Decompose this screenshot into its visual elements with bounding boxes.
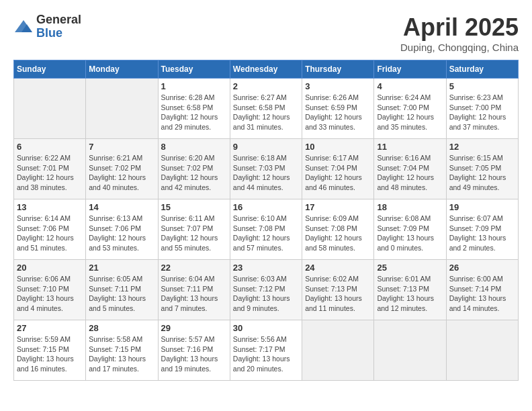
day-number: 26 — [449, 263, 515, 273]
day-number: 17 — [305, 202, 371, 212]
day-info: Sunrise: 6:04 AM Sunset: 7:11 PM Dayligh… — [161, 274, 227, 314]
table-row: 13Sunrise: 6:14 AM Sunset: 7:06 PM Dayli… — [14, 199, 86, 260]
day-number: 27 — [17, 323, 83, 333]
table-row: 1Sunrise: 6:28 AM Sunset: 6:58 PM Daylig… — [158, 79, 230, 139]
day-number: 24 — [305, 263, 371, 273]
day-info: Sunrise: 5:56 AM Sunset: 7:17 PM Dayligh… — [233, 334, 299, 374]
logo-general: General — [36, 13, 81, 27]
day-number: 11 — [377, 142, 443, 152]
day-number: 13 — [17, 202, 83, 212]
col-thursday: Thursday — [302, 60, 374, 79]
day-number: 16 — [233, 202, 299, 212]
day-number: 19 — [449, 202, 515, 212]
table-row: 21Sunrise: 6:05 AM Sunset: 7:11 PM Dayli… — [86, 260, 158, 320]
logo-text: General Blue — [36, 13, 81, 40]
table-row: 19Sunrise: 6:07 AM Sunset: 7:09 PM Dayli… — [446, 199, 518, 260]
table-row — [302, 320, 374, 381]
calendar-body: 1Sunrise: 6:28 AM Sunset: 6:58 PM Daylig… — [14, 79, 519, 381]
day-info: Sunrise: 6:09 AM Sunset: 7:08 PM Dayligh… — [305, 214, 371, 253]
day-number: 15 — [161, 202, 227, 212]
day-number: 29 — [161, 323, 227, 333]
day-info: Sunrise: 6:26 AM Sunset: 6:59 PM Dayligh… — [305, 93, 371, 132]
day-info: Sunrise: 6:05 AM Sunset: 7:11 PM Dayligh… — [89, 274, 154, 314]
col-wednesday: Wednesday — [230, 60, 302, 79]
table-row: 8Sunrise: 6:20 AM Sunset: 7:02 PM Daylig… — [158, 139, 230, 199]
table-row: 15Sunrise: 6:11 AM Sunset: 7:07 PM Dayli… — [158, 199, 230, 260]
day-info: Sunrise: 6:21 AM Sunset: 7:02 PM Dayligh… — [89, 153, 154, 193]
table-row: 18Sunrise: 6:08 AM Sunset: 7:09 PM Dayli… — [374, 199, 446, 260]
day-number: 21 — [89, 263, 154, 273]
day-info: Sunrise: 6:24 AM Sunset: 7:00 PM Dayligh… — [377, 93, 443, 132]
day-info: Sunrise: 6:23 AM Sunset: 7:00 PM Dayligh… — [449, 93, 515, 132]
day-number: 5 — [449, 81, 515, 91]
day-number: 18 — [377, 202, 443, 212]
calendar-table: Sunday Monday Tuesday Wednesday Thursday… — [13, 60, 519, 381]
day-info: Sunrise: 6:16 AM Sunset: 7:04 PM Dayligh… — [377, 153, 443, 193]
table-row: 24Sunrise: 6:02 AM Sunset: 7:13 PM Dayli… — [302, 260, 374, 320]
calendar-header: Sunday Monday Tuesday Wednesday Thursday… — [14, 60, 519, 79]
day-number: 12 — [449, 142, 515, 152]
table-row: 20Sunrise: 6:06 AM Sunset: 7:10 PM Dayli… — [14, 260, 86, 320]
table-row: 4Sunrise: 6:24 AM Sunset: 7:00 PM Daylig… — [374, 79, 446, 139]
day-info: Sunrise: 6:03 AM Sunset: 7:12 PM Dayligh… — [233, 274, 299, 314]
table-row — [14, 79, 86, 139]
day-info: Sunrise: 6:14 AM Sunset: 7:06 PM Dayligh… — [17, 214, 83, 253]
table-row: 2Sunrise: 6:27 AM Sunset: 6:58 PM Daylig… — [230, 79, 302, 139]
col-friday: Friday — [374, 60, 446, 79]
day-info: Sunrise: 6:08 AM Sunset: 7:09 PM Dayligh… — [377, 214, 443, 253]
day-number: 1 — [161, 81, 227, 91]
table-row: 26Sunrise: 6:00 AM Sunset: 7:14 PM Dayli… — [446, 260, 518, 320]
day-number: 6 — [17, 142, 83, 152]
calendar-week-row: 1Sunrise: 6:28 AM Sunset: 6:58 PM Daylig… — [14, 79, 519, 139]
table-row — [446, 320, 518, 381]
day-info: Sunrise: 6:10 AM Sunset: 7:08 PM Dayligh… — [233, 214, 299, 253]
table-row: 9Sunrise: 6:18 AM Sunset: 7:03 PM Daylig… — [230, 139, 302, 199]
day-info: Sunrise: 6:11 AM Sunset: 7:07 PM Dayligh… — [161, 214, 227, 253]
calendar-week-row: 6Sunrise: 6:22 AM Sunset: 7:01 PM Daylig… — [14, 139, 519, 199]
day-number: 25 — [377, 263, 443, 273]
table-row: 10Sunrise: 6:17 AM Sunset: 7:04 PM Dayli… — [302, 139, 374, 199]
table-row: 27Sunrise: 5:59 AM Sunset: 7:15 PM Dayli… — [14, 320, 86, 381]
day-info: Sunrise: 6:00 AM Sunset: 7:14 PM Dayligh… — [449, 274, 515, 314]
table-row: 23Sunrise: 6:03 AM Sunset: 7:12 PM Dayli… — [230, 260, 302, 320]
table-row: 28Sunrise: 5:58 AM Sunset: 7:15 PM Dayli… — [86, 320, 158, 381]
day-info: Sunrise: 6:01 AM Sunset: 7:13 PM Dayligh… — [377, 274, 443, 314]
calendar-week-row: 27Sunrise: 5:59 AM Sunset: 7:15 PM Dayli… — [14, 320, 519, 381]
calendar-week-row: 13Sunrise: 6:14 AM Sunset: 7:06 PM Dayli… — [14, 199, 519, 260]
col-monday: Monday — [86, 60, 158, 79]
day-info: Sunrise: 6:15 AM Sunset: 7:05 PM Dayligh… — [449, 153, 515, 193]
table-row: 30Sunrise: 5:56 AM Sunset: 7:17 PM Dayli… — [230, 320, 302, 381]
day-number: 28 — [89, 323, 154, 333]
day-info: Sunrise: 6:17 AM Sunset: 7:04 PM Dayligh… — [305, 153, 371, 193]
table-row: 22Sunrise: 6:04 AM Sunset: 7:11 PM Dayli… — [158, 260, 230, 320]
day-info: Sunrise: 6:18 AM Sunset: 7:03 PM Dayligh… — [233, 153, 299, 193]
table-row: 7Sunrise: 6:21 AM Sunset: 7:02 PM Daylig… — [86, 139, 158, 199]
day-number: 3 — [305, 81, 371, 91]
day-number: 14 — [89, 202, 154, 212]
table-row: 6Sunrise: 6:22 AM Sunset: 7:01 PM Daylig… — [14, 139, 86, 199]
day-info: Sunrise: 6:07 AM Sunset: 7:09 PM Dayligh… — [449, 214, 515, 253]
day-number: 10 — [305, 142, 371, 152]
table-row: 25Sunrise: 6:01 AM Sunset: 7:13 PM Dayli… — [374, 260, 446, 320]
day-number: 23 — [233, 263, 299, 273]
day-number: 2 — [233, 81, 299, 91]
day-number: 4 — [377, 81, 443, 91]
table-row: 11Sunrise: 6:16 AM Sunset: 7:04 PM Dayli… — [374, 139, 446, 199]
header-row: Sunday Monday Tuesday Wednesday Thursday… — [14, 60, 519, 79]
page-header: General Blue April 2025 Duping, Chongqin… — [13, 13, 519, 53]
day-number: 9 — [233, 142, 299, 152]
day-info: Sunrise: 6:13 AM Sunset: 7:06 PM Dayligh… — [89, 214, 154, 253]
title-block: April 2025 Duping, Chongqing, China — [400, 13, 519, 53]
day-info: Sunrise: 6:06 AM Sunset: 7:10 PM Dayligh… — [17, 274, 83, 314]
day-info: Sunrise: 5:57 AM Sunset: 7:16 PM Dayligh… — [161, 334, 227, 374]
day-info: Sunrise: 6:02 AM Sunset: 7:13 PM Dayligh… — [305, 274, 371, 314]
location-subtitle: Duping, Chongqing, China — [400, 42, 519, 53]
col-tuesday: Tuesday — [158, 60, 230, 79]
calendar-week-row: 20Sunrise: 6:06 AM Sunset: 7:10 PM Dayli… — [14, 260, 519, 320]
table-row: 3Sunrise: 6:26 AM Sunset: 6:59 PM Daylig… — [302, 79, 374, 139]
logo-icon — [13, 19, 34, 35]
table-row: 17Sunrise: 6:09 AM Sunset: 7:08 PM Dayli… — [302, 199, 374, 260]
table-row: 5Sunrise: 6:23 AM Sunset: 7:00 PM Daylig… — [446, 79, 518, 139]
table-row: 16Sunrise: 6:10 AM Sunset: 7:08 PM Dayli… — [230, 199, 302, 260]
month-title: April 2025 — [400, 13, 519, 42]
